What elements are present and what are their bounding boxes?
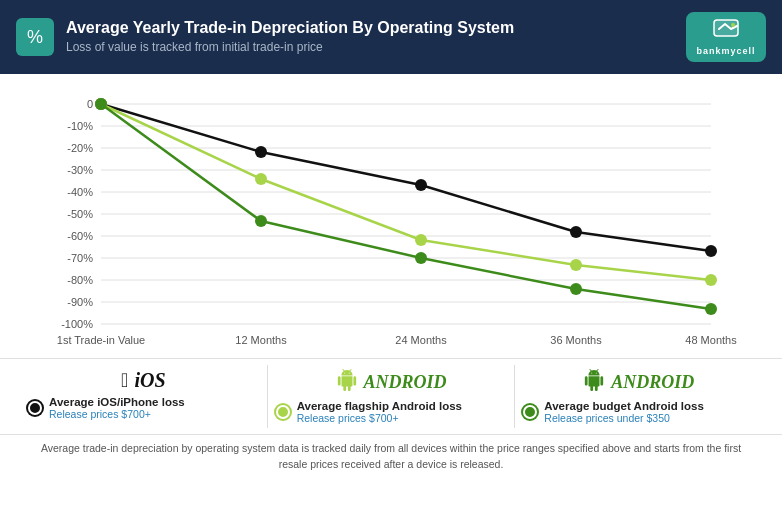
flagship-point-4 bbox=[705, 274, 717, 286]
logo-text: bankmycell bbox=[696, 46, 755, 56]
budget-os-name: ANDROID bbox=[583, 369, 694, 396]
budget-point-3 bbox=[570, 283, 582, 295]
chart-title: Average Yearly Trade-in Depreciation By … bbox=[66, 18, 514, 37]
chart-subtitle: Loss of value is tracked from initial tr… bbox=[66, 40, 514, 54]
budget-item-sub: Release prices under $350 bbox=[544, 412, 704, 424]
ios-item-label: Average iOS/iPhone loss bbox=[49, 396, 185, 408]
chart-area: 0 -10% -20% -30% -40% -50% -60% -70% -80… bbox=[0, 74, 782, 358]
svg-text:1st Trade-in Value: 1st Trade-in Value bbox=[57, 334, 145, 346]
svg-text:24 Months: 24 Months bbox=[395, 334, 447, 346]
budget-legend-items: Average budget Android loss Release pric… bbox=[523, 400, 754, 424]
ios-label-group: Average iOS/iPhone loss Release prices $… bbox=[49, 396, 185, 420]
legend-os-budget: ANDROID Average budget Android loss Rele… bbox=[514, 365, 762, 428]
flagship-legend-items: Average flagship Android loss Release pr… bbox=[276, 400, 507, 424]
android-budget-icon bbox=[583, 369, 605, 396]
svg-text:-100%: -100% bbox=[61, 318, 93, 330]
header-icon: % bbox=[16, 18, 54, 56]
ios-legend-item: Average iOS/iPhone loss Release prices $… bbox=[28, 396, 259, 420]
flagship-dot bbox=[276, 405, 290, 419]
flagship-item-sub: Release prices $700+ bbox=[297, 412, 462, 424]
svg-text:12 Months: 12 Months bbox=[235, 334, 287, 346]
svg-text:-20%: -20% bbox=[67, 142, 93, 154]
logo-icon bbox=[712, 18, 740, 45]
svg-point-1 bbox=[731, 23, 735, 27]
svg-text:48 Months: 48 Months bbox=[685, 334, 737, 346]
header-left: % Average Yearly Trade-in Depreciation B… bbox=[16, 18, 514, 56]
flagship-point-2 bbox=[415, 234, 427, 246]
chart-svg: 0 -10% -20% -30% -40% -50% -60% -70% -80… bbox=[20, 84, 762, 354]
flagship-item-label: Average flagship Android loss bbox=[297, 400, 462, 412]
ios-point-1 bbox=[255, 146, 267, 158]
budget-dot bbox=[523, 405, 537, 419]
ios-legend-items: Average iOS/iPhone loss Release prices $… bbox=[28, 396, 259, 420]
budget-legend-item: Average budget Android loss Release pric… bbox=[523, 400, 754, 424]
svg-text:-40%: -40% bbox=[67, 186, 93, 198]
budget-point-0 bbox=[95, 98, 107, 110]
ios-item-sub: Release prices $700+ bbox=[49, 408, 185, 420]
svg-text:-90%: -90% bbox=[67, 296, 93, 308]
ios-point-3 bbox=[570, 226, 582, 238]
budget-label: ANDROID bbox=[611, 372, 694, 393]
ios-label: iOS bbox=[134, 369, 165, 392]
footer-text: Average trade-in depreciation by operati… bbox=[41, 442, 741, 470]
apple-icon:  bbox=[121, 369, 128, 392]
svg-text:36 Months: 36 Months bbox=[550, 334, 602, 346]
ios-dot bbox=[28, 401, 42, 415]
logo-box: bankmycell bbox=[686, 12, 766, 62]
page-container: % Average Yearly Trade-in Depreciation B… bbox=[0, 0, 782, 481]
ios-os-name:  iOS bbox=[121, 369, 165, 392]
legend-os-flagship: ANDROID Average flagship Android loss Re… bbox=[267, 365, 515, 428]
svg-text:-50%: -50% bbox=[67, 208, 93, 220]
header-text: Average Yearly Trade-in Depreciation By … bbox=[66, 18, 514, 54]
svg-text:0: 0 bbox=[87, 98, 93, 110]
legend-section:  iOS Average iOS/iPhone loss Release pr… bbox=[0, 358, 782, 435]
ios-point-2 bbox=[415, 179, 427, 191]
budget-item-label: Average budget Android loss bbox=[544, 400, 704, 412]
svg-text:-80%: -80% bbox=[67, 274, 93, 286]
svg-text:-60%: -60% bbox=[67, 230, 93, 242]
legend-os-ios:  iOS Average iOS/iPhone loss Release pr… bbox=[20, 365, 267, 428]
svg-text:-10%: -10% bbox=[67, 120, 93, 132]
ios-point-4 bbox=[705, 245, 717, 257]
flagship-os-name: ANDROID bbox=[336, 369, 447, 396]
budget-point-1 bbox=[255, 215, 267, 227]
flagship-legend-item: Average flagship Android loss Release pr… bbox=[276, 400, 507, 424]
footer-note: Average trade-in depreciation by operati… bbox=[0, 435, 782, 481]
flagship-point-1 bbox=[255, 173, 267, 185]
budget-point-4 bbox=[705, 303, 717, 315]
header: % Average Yearly Trade-in Depreciation B… bbox=[0, 0, 782, 74]
budget-label-group: Average budget Android loss Release pric… bbox=[544, 400, 704, 424]
flagship-point-3 bbox=[570, 259, 582, 271]
svg-text:-70%: -70% bbox=[67, 252, 93, 264]
budget-point-2 bbox=[415, 252, 427, 264]
android-flagship-icon bbox=[336, 369, 358, 396]
flagship-label-group: Average flagship Android loss Release pr… bbox=[297, 400, 462, 424]
flagship-label: ANDROID bbox=[364, 372, 447, 393]
svg-text:-30%: -30% bbox=[67, 164, 93, 176]
